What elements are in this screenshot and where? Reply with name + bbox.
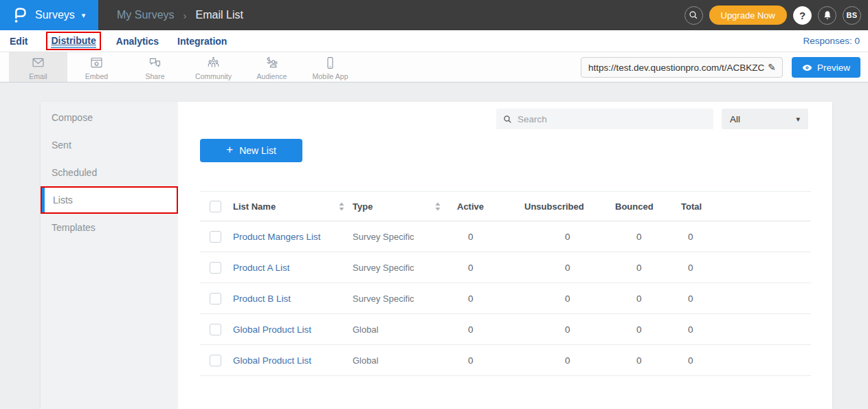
sidebar-item-sent[interactable]: Sent xyxy=(41,131,178,159)
sidebar-label-sent: Sent xyxy=(52,140,71,151)
row-checkbox[interactable] xyxy=(210,262,221,274)
row-checkbox[interactable] xyxy=(210,355,221,366)
tab-distribute[interactable]: Distribute xyxy=(51,35,96,48)
preview-button[interactable]: Preview xyxy=(792,57,860,78)
unsubscribed-count: 0 xyxy=(524,294,615,304)
email-sidebar: Compose Sent Scheduled Lists Templates xyxy=(41,102,178,409)
notifications-button[interactable] xyxy=(818,6,836,25)
edit-url-button[interactable]: ✎ xyxy=(764,62,779,73)
upgrade-now-button[interactable]: Upgrade Now xyxy=(709,5,788,25)
toolbar-item-email[interactable]: Email xyxy=(9,52,67,82)
toolbar-label-audience: Audience xyxy=(257,72,287,80)
column-header-type[interactable]: Type xyxy=(353,201,457,212)
community-icon xyxy=(206,56,221,70)
unsubscribed-count: 0 xyxy=(524,263,615,273)
total-count: 0 xyxy=(681,355,811,366)
active-count: 0 xyxy=(457,355,524,366)
total-count: 0 xyxy=(681,263,811,273)
sidebar-item-lists[interactable]: Lists xyxy=(41,186,178,214)
unsubscribed-count: 0 xyxy=(524,355,615,366)
list-name-link[interactable]: Global Product List xyxy=(233,324,311,335)
toolbar-label-mobile-app: Mobile App xyxy=(313,72,348,80)
page-title: Email List xyxy=(196,9,243,21)
active-count: 0 xyxy=(457,232,524,242)
active-count: 0 xyxy=(457,294,524,304)
search-icon xyxy=(689,10,698,20)
column-header-list-name[interactable]: List Name xyxy=(233,201,353,212)
row-checkbox[interactable] xyxy=(210,324,221,335)
help-button[interactable]: ? xyxy=(793,6,812,25)
toolbar-label-embed: Embed xyxy=(85,72,108,80)
breadcrumb-my-surveys[interactable]: My Surveys xyxy=(117,9,175,21)
row-checkbox[interactable] xyxy=(210,293,221,305)
table-row: Global Product List Global 0 0 0 0 xyxy=(200,345,811,376)
distribute-toolbar: Email Embed Share Community Audience Mob… xyxy=(0,52,868,82)
list-name-link[interactable]: Global Product List xyxy=(233,355,311,366)
email-icon xyxy=(31,56,45,70)
bounced-count: 0 xyxy=(615,263,681,273)
lists-content: All ▾ + New List List Name Type Active U xyxy=(178,102,832,409)
search-button[interactable] xyxy=(685,6,703,25)
sort-icon[interactable] xyxy=(435,202,441,211)
preview-label: Preview xyxy=(817,63,850,73)
user-avatar[interactable]: BS xyxy=(843,6,861,25)
column-header-bounced: Bounced xyxy=(615,201,681,212)
select-all-checkbox[interactable] xyxy=(210,201,221,212)
list-name-link[interactable]: Product Mangers List xyxy=(233,232,321,242)
list-type: Global xyxy=(353,324,457,335)
new-list-button[interactable]: + New List xyxy=(200,139,302,162)
share-icon xyxy=(148,56,162,70)
magnifier-icon xyxy=(503,115,512,124)
sidebar-label-lists: Lists xyxy=(53,195,73,206)
list-search-field xyxy=(496,109,713,129)
tab-analytics[interactable]: Analytics xyxy=(116,36,159,47)
product-switcher[interactable]: Surveys ▾ xyxy=(0,0,98,30)
total-count: 0 xyxy=(681,324,811,335)
list-type-filter[interactable]: All ▾ xyxy=(722,109,808,129)
toolbar-label-community: Community xyxy=(195,72,232,80)
responses-count[interactable]: Responses: 0 xyxy=(803,36,868,46)
list-type: Global xyxy=(353,355,457,366)
sort-icon[interactable] xyxy=(339,202,344,211)
unsubscribed-count: 0 xyxy=(524,324,615,335)
bounced-count: 0 xyxy=(615,294,681,304)
questionpro-logo xyxy=(12,6,28,24)
embed-icon xyxy=(89,56,104,70)
topbar-actions: Upgrade Now ? BS xyxy=(685,5,868,25)
header-label: Active xyxy=(457,201,484,212)
caret-down-icon: ▾ xyxy=(82,11,86,20)
table-header-row: List Name Type Active Unsubscribed Bounc… xyxy=(200,191,811,221)
bounced-count: 0 xyxy=(615,324,681,335)
header-label: Type xyxy=(353,201,372,212)
toolbar-item-share[interactable]: Share xyxy=(126,52,184,82)
active-count: 0 xyxy=(457,324,524,335)
tab-edit[interactable]: Edit xyxy=(10,36,27,47)
annotation-box-distribute: Distribute xyxy=(46,32,100,50)
toolbar-item-mobile-app[interactable]: Mobile App xyxy=(301,52,359,82)
table-row: Product A List Survey Specific 0 0 0 0 xyxy=(200,252,811,283)
toolbar-item-audience[interactable]: Audience xyxy=(243,52,301,82)
tab-integration[interactable]: Integration xyxy=(177,36,227,47)
survey-url-input[interactable] xyxy=(588,63,764,73)
column-header-total: Total xyxy=(681,201,811,212)
toolbar-item-embed[interactable]: Embed xyxy=(67,52,126,82)
row-checkbox[interactable] xyxy=(210,231,221,243)
sidebar-item-compose[interactable]: Compose xyxy=(41,104,178,131)
sidebar-item-scheduled[interactable]: Scheduled xyxy=(41,159,178,186)
new-list-label: New List xyxy=(239,145,276,156)
list-search-input[interactable] xyxy=(518,114,706,124)
list-type: Survey Specific xyxy=(353,294,457,304)
help-icon: ? xyxy=(799,10,805,21)
list-type: Survey Specific xyxy=(353,263,457,273)
breadcrumb-separator-icon: › xyxy=(183,10,187,21)
email-lists-panel: Compose Sent Scheduled Lists Templates A… xyxy=(41,102,832,409)
list-name-link[interactable]: Product B List xyxy=(233,294,291,304)
active-indicator-bar xyxy=(42,188,45,212)
total-count: 0 xyxy=(681,294,811,304)
table-row: Product Mangers List Survey Specific 0 0… xyxy=(200,221,811,252)
plus-icon: + xyxy=(226,143,233,157)
toolbar-item-community[interactable]: Community xyxy=(184,52,243,82)
eye-icon xyxy=(802,64,812,71)
list-name-link[interactable]: Product A List xyxy=(233,263,290,273)
sidebar-item-templates[interactable]: Templates xyxy=(41,214,178,241)
